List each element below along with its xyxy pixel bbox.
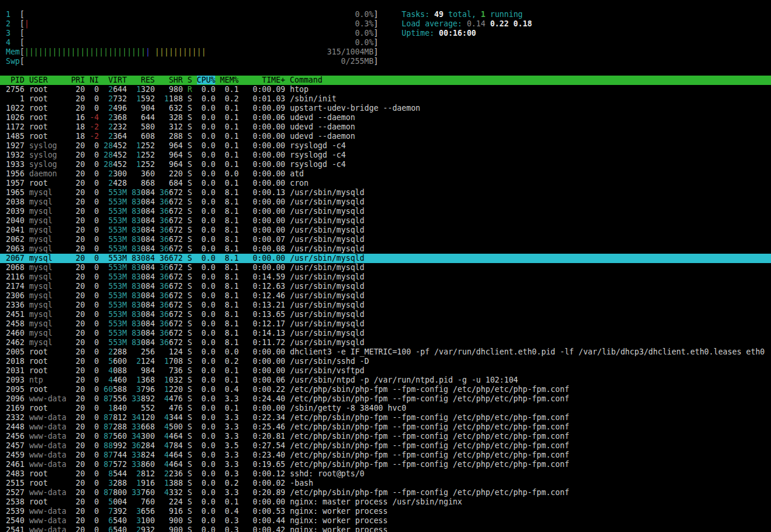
- process-row-2095[interactable]: 2095 root 20 0 60588 3796 1220 S 0.0 0.4…: [0, 385, 771, 394]
- process-row-1933[interactable]: 1933 syslog 20 0 28452 1252 964 S 0.0 0.…: [0, 160, 771, 169]
- cell-nice: 0: [85, 497, 99, 506]
- cell-mem-percent: 0.1: [215, 179, 239, 187]
- column-header-res[interactable]: RES: [127, 76, 155, 84]
- process-row-2540[interactable]: 2540 www-data 20 0 6540 3100 900 S 0.0 0…: [0, 516, 771, 526]
- process-row-2459[interactable]: 2459 www-data 20 0 87744 33824 4464 S 0.…: [0, 451, 771, 460]
- cell-cpu-percent: 0.0: [192, 319, 216, 328]
- process-row-2332[interactable]: 2332 www-data 20 0 87812 34120 4344 S 0.…: [0, 413, 771, 422]
- process-row-2457[interactable]: 2457 www-data 20 0 88992 36284 4784 S 0.…: [0, 441, 771, 451]
- column-header-cpu[interactable]: CPU%: [197, 76, 216, 84]
- process-row-2063[interactable]: 2063 mysql 20 0 553M 83084 36672 S 0.0 8…: [0, 244, 771, 254]
- cell-pid: 1: [1, 94, 25, 103]
- cell-mem-percent: 0.0: [215, 347, 239, 356]
- column-header-shr[interactable]: SHR: [155, 76, 183, 84]
- cell-res: 33: [131, 394, 141, 403]
- column-header-pid[interactable]: PID: [1, 76, 25, 84]
- process-row-2539[interactable]: 2539 www-data 20 0 7392 3656 916 S 0.0 0…: [0, 507, 771, 516]
- process-row-1956[interactable]: 1956 daemon 20 0 2300 360 220 S 0.0 0.0 …: [0, 169, 771, 179]
- process-row-1965[interactable]: 1965 mysql 20 0 553M 83084 36672 S 0.0 8…: [0, 188, 771, 197]
- cell-user: mysql: [29, 301, 71, 309]
- process-row-2451[interactable]: 2451 mysql 20 0 553M 83084 36672 S 0.0 8…: [0, 310, 771, 319]
- cell-mem-percent: 0.1: [215, 376, 239, 384]
- meter-bracket-close: ]: [373, 57, 378, 66]
- cell-res: 83: [131, 226, 141, 234]
- cell-nice: 0: [85, 263, 99, 272]
- process-row-2527[interactable]: 2527 www-data 20 0 87800 33760 4332 S 0.…: [0, 488, 771, 497]
- column-header-ni[interactable]: NI: [85, 76, 99, 84]
- cell-pid: 2459: [1, 451, 25, 459]
- process-row-2169[interactable]: 2169 root 20 0 1840 552 476 S 0.0 0.1 0:…: [0, 404, 771, 413]
- process-row-2756[interactable]: 2756 root 20 0 2644 1320 980 R 0.0 0.1 0…: [0, 85, 771, 94]
- process-row-2005[interactable]: 2005 root 20 0 2288 256 124 S 0.0 0.0 0:…: [0, 347, 771, 357]
- process-row-2538[interactable]: 2538 root 20 0 5004 760 224 S 0.0 0.1 0:…: [0, 497, 771, 507]
- cell-cpu-percent: 0.0: [192, 94, 216, 103]
- process-row-2456[interactable]: 2456 www-data 20 0 87560 34300 4464 S 0.…: [0, 432, 771, 441]
- cell-shr: 4: [164, 432, 169, 441]
- process-row-1957[interactable]: 1957 root 20 0 2428 868 684 S 0.0 0.1 0:…: [0, 179, 771, 188]
- cell-virt: 2: [108, 347, 113, 356]
- cell-command: /usr/sbin/mysqld: [286, 197, 365, 206]
- process-row-1[interactable]: 1 root 20 0 2732 1592 1188 S 0.0 0.2 0:0…: [0, 94, 771, 104]
- process-row-2336[interactable]: 2336 mysql 20 0 553M 83084 36672 S 0.0 8…: [0, 301, 771, 310]
- process-row-2306[interactable]: 2306 mysql 20 0 553M 83084 36672 S 0.0 8…: [0, 291, 771, 301]
- column-header-mem[interactable]: MEM%: [215, 76, 239, 84]
- cell-time: 0:00.00: [239, 254, 285, 262]
- cell-nice: 0: [85, 488, 99, 497]
- process-row-2062[interactable]: 2062 mysql 20 0 553M 83084 36672 S 0.0 8…: [0, 235, 771, 244]
- cell-state: S: [188, 376, 192, 384]
- column-header-time[interactable]: TIME+: [239, 76, 285, 84]
- column-header-user[interactable]: USER: [29, 76, 71, 84]
- process-row-2067[interactable]: 2067 mysql 20 0 553M 83084 36672 S 0.0 8…: [0, 254, 771, 263]
- cell-pid: 2040: [1, 216, 25, 225]
- process-row-2093[interactable]: 2093 ntp 20 0 4460 1368 1032 S 0.0 0.1 0…: [0, 376, 771, 385]
- cell-res: 83: [131, 207, 141, 216]
- process-row-2448[interactable]: 2448 www-data 20 0 87288 33668 4500 S 0.…: [0, 422, 771, 432]
- process-row-2018[interactable]: 2018 root 20 0 5600 2124 1708 S 0.0 0.2 …: [0, 357, 771, 366]
- column-header-virt[interactable]: VIRT: [99, 76, 127, 84]
- cell-virt: 553M: [108, 272, 127, 281]
- process-row-1485[interactable]: 1485 root 18 -2 2364 608 288 S 0.0 0.1 0…: [0, 132, 771, 141]
- cell-cpu-percent: 0.0: [192, 469, 216, 478]
- cell-state: S: [188, 338, 192, 347]
- cell-command: /usr/sbin/mysqld: [286, 216, 365, 225]
- cell-user: mysql: [29, 254, 71, 262]
- process-row-2460[interactable]: 2460 mysql 20 0 553M 83084 36672 S 0.0 8…: [0, 329, 771, 338]
- process-row-1932[interactable]: 1932 syslog 20 0 28452 1252 964 S 0.0 0.…: [0, 151, 771, 160]
- process-row-2483[interactable]: 2483 root 20 0 8544 2812 2236 S 0.0 0.3 …: [0, 469, 771, 479]
- cell-priority: 20: [71, 319, 85, 328]
- process-row-2461[interactable]: 2461 www-data 20 0 87572 33860 4464 S 0.…: [0, 460, 771, 469]
- process-row-2541[interactable]: 2541 www-data 20 0 6540 2932 900 S 0.0 0…: [0, 526, 771, 532]
- column-header-pri[interactable]: PRI: [71, 76, 85, 84]
- cell-user: root: [29, 85, 71, 94]
- process-row-2068[interactable]: 2068 mysql 20 0 553M 83084 36672 S 0.0 8…: [0, 263, 771, 272]
- process-row-1172[interactable]: 1172 root 18 -2 2232 580 312 S 0.0 0.1 0…: [0, 122, 771, 132]
- cell-user: mysql: [29, 272, 71, 281]
- cell-nice: 0: [85, 310, 99, 319]
- cell-command: /etc/php/sbin/php-fpm --fpm-config /etc/…: [286, 460, 569, 469]
- process-row-2458[interactable]: 2458 mysql 20 0 553M 83084 36672 S 0.0 8…: [0, 319, 771, 329]
- process-row-2096[interactable]: 2096 www-data 20 0 87556 33892 4476 S 0.…: [0, 394, 771, 404]
- column-header-state[interactable]: S: [183, 76, 192, 84]
- process-row-1022[interactable]: 1022 root 20 0 2496 904 632 S 0.0 0.1 0:…: [0, 104, 771, 113]
- process-row-2174[interactable]: 2174 mysql 20 0 553M 83084 36672 S 0.0 8…: [0, 282, 771, 291]
- process-row-2041[interactable]: 2041 mysql 20 0 553M 83084 36672 S 0.0 8…: [0, 226, 771, 235]
- cell-user: mysql: [29, 310, 71, 319]
- process-row-2039[interactable]: 2039 mysql 20 0 553M 83084 36672 S 0.0 8…: [0, 207, 771, 216]
- cell-time: 0:00.00: [239, 366, 285, 375]
- process-row-2040[interactable]: 2040 mysql 20 0 553M 83084 36672 S 0.0 8…: [0, 216, 771, 226]
- cpu-meter-label: 1: [1, 10, 20, 19]
- column-header-command[interactable]: Command: [285, 76, 322, 84]
- cell-state: S: [188, 413, 192, 422]
- process-row-2515[interactable]: 2515 root 20 0 3288 1916 1388 S 0.0 0.2 …: [0, 479, 771, 488]
- cell-priority: 20: [71, 394, 85, 403]
- process-row-1026[interactable]: 1026 root 16 -4 2368 644 328 S 0.0 0.1 0…: [0, 113, 771, 122]
- cell-shr: 36: [159, 254, 169, 262]
- process-row-2462[interactable]: 2462 mysql 20 0 553M 83084 36672 S 0.0 8…: [0, 338, 771, 347]
- process-row-2031[interactable]: 2031 root 20 0 4088 984 736 S 0.0 0.1 0:…: [0, 366, 771, 376]
- process-row-2116[interactable]: 2116 mysql 20 0 553M 83084 36672 S 0.0 8…: [0, 272, 771, 282]
- cell-res: 83: [131, 197, 141, 206]
- cell-virt: 5: [108, 357, 113, 366]
- process-row-2038[interactable]: 2038 mysql 20 0 553M 83084 36672 S 0.0 8…: [0, 197, 771, 207]
- process-row-1927[interactable]: 1927 syslog 20 0 28452 1252 964 S 0.0 0.…: [0, 141, 771, 151]
- meter-bracket-open: [: [20, 10, 25, 19]
